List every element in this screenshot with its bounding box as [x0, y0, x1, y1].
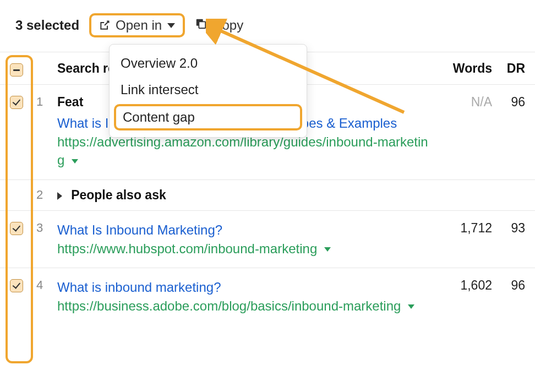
- url-dropdown-icon[interactable]: [72, 159, 78, 164]
- row-checkbox[interactable]: [10, 279, 23, 292]
- table-row: 3 What Is Inbound Marketing? https://www…: [0, 211, 535, 268]
- result-url-link[interactable]: https://advertising.amazon.com/library/g…: [57, 133, 430, 170]
- result-title-link[interactable]: What is inbound marketing?: [57, 278, 430, 297]
- copy-button[interactable]: Copy: [195, 18, 243, 33]
- result-url-link[interactable]: https://business.adobe.com/blog/basics/i…: [57, 297, 430, 315]
- row-dr: 96: [492, 95, 525, 110]
- caret-down-icon: [167, 23, 175, 28]
- result-title-link[interactable]: What Is Inbound Marketing?: [57, 221, 430, 239]
- row-rank: 4: [36, 278, 57, 292]
- people-also-ask-label[interactable]: People also ask: [71, 188, 166, 202]
- toolbar: 3 selected Open in Copy: [0, 0, 535, 47]
- row-dr: 93: [492, 221, 525, 236]
- table-row: 2 People also ask: [0, 180, 535, 211]
- copy-label: Copy: [212, 18, 243, 33]
- open-in-label: Open in: [116, 18, 162, 33]
- url-dropdown-icon[interactable]: [408, 304, 414, 309]
- expand-icon[interactable]: [57, 192, 62, 200]
- table-row: 4 What is inbound marketing? https://bus…: [0, 268, 535, 325]
- open-external-icon: [99, 20, 110, 31]
- selected-count: 3 selected: [15, 18, 79, 33]
- column-header-dr[interactable]: DR: [492, 61, 525, 76]
- dropdown-item-content-gap[interactable]: Content gap: [114, 104, 302, 130]
- row-words: 1,602: [437, 278, 492, 293]
- row-rank: 1: [36, 95, 57, 109]
- result-url-link[interactable]: https://www.hubspot.com/inbound-marketin…: [57, 239, 430, 258]
- row-words: N/A: [437, 95, 492, 110]
- column-header-search-results[interactable]: Search re: [57, 61, 115, 75]
- row-words: 1,712: [437, 221, 492, 236]
- open-in-button[interactable]: Open in: [89, 13, 185, 37]
- dropdown-item-overview[interactable]: Overview 2.0: [110, 50, 307, 77]
- url-dropdown-icon[interactable]: [324, 247, 331, 252]
- open-in-dropdown: Overview 2.0 Link intersect Content gap: [109, 44, 307, 138]
- row-rank: 3: [36, 221, 57, 235]
- copy-icon: [195, 18, 207, 33]
- dropdown-item-link-intersect[interactable]: Link intersect: [110, 77, 307, 103]
- row-dr: 96: [492, 278, 525, 293]
- select-all-checkbox[interactable]: [10, 63, 23, 77]
- svg-rect-1: [199, 21, 205, 28]
- column-header-words[interactable]: Words: [437, 61, 492, 76]
- row-checkbox[interactable]: [10, 222, 23, 235]
- row-checkbox[interactable]: [10, 96, 23, 109]
- row-rank: 2: [36, 188, 57, 202]
